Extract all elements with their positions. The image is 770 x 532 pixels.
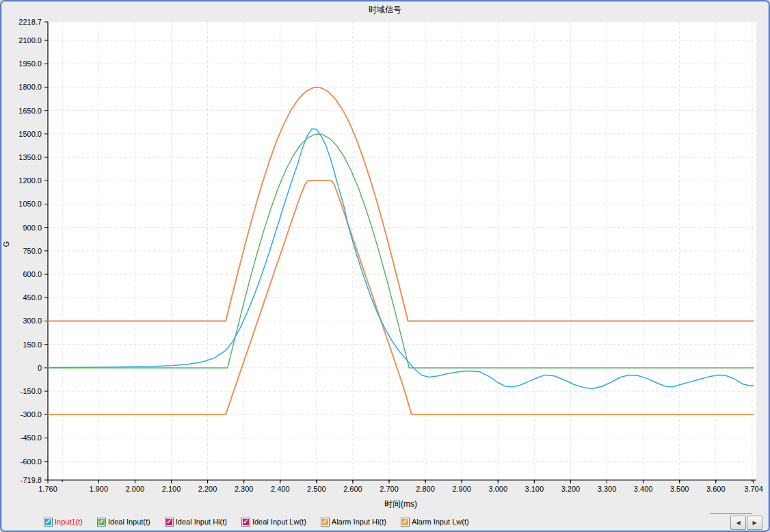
svg-text:1950.0: 1950.0 (18, 59, 42, 68)
svg-text:2.500: 2.500 (307, 485, 326, 493)
svg-text:2.900: 2.900 (452, 485, 471, 493)
svg-text:2.800: 2.800 (416, 485, 435, 493)
svg-text:900.0: 900.0 (23, 224, 42, 232)
legend-checkbox[interactable]: ✓ (44, 518, 53, 527)
svg-text:-300.0: -300.0 (21, 410, 42, 418)
legend-item-label: Alarm Input Hi(t) (332, 518, 386, 526)
legend-item-label: Input1(t) (55, 518, 83, 526)
legend-item-alarm-input-lw-t[interactable]: ✓Alarm Input Lw(t) (401, 518, 469, 527)
svg-text:2.300: 2.300 (235, 485, 254, 493)
svg-text:0: 0 (38, 364, 42, 372)
chart-window: 时域信号 1.7601.9002.0002.1002.2002.3002.400… (0, 0, 770, 532)
svg-text:-600.0: -600.0 (21, 457, 42, 466)
legend-checkbox[interactable]: ✓ (97, 518, 106, 527)
legend-item-input1-t[interactable]: ✓Input1(t) (44, 518, 83, 527)
legend-item-ideal-input-hi-t[interactable]: ✓Ideal Input Hi(t) (165, 518, 227, 527)
legend-item-ideal-input-lw-t[interactable]: ✓Ideal Input Lw(t) (241, 518, 306, 527)
svg-text:3.600: 3.600 (706, 485, 726, 493)
svg-text:3.500: 3.500 (670, 485, 689, 493)
svg-text:3.100: 3.100 (525, 485, 544, 493)
svg-text:150.0: 150.0 (23, 341, 42, 349)
svg-text:1200.0: 1200.0 (18, 176, 42, 185)
svg-text:1650.0: 1650.0 (18, 107, 42, 115)
svg-text:2.700: 2.700 (380, 485, 399, 493)
legend: ✓Input1(t)✓Ideal Input(t)✓Ideal Input Hi… (44, 516, 469, 528)
legend-item-label: Ideal Input(t) (108, 518, 150, 526)
svg-text:1800.0: 1800.0 (18, 83, 42, 91)
svg-text:2218.7: 2218.7 (18, 18, 42, 26)
svg-text:750.0: 750.0 (23, 247, 42, 255)
svg-text:600.0: 600.0 (23, 270, 42, 278)
y-tick-labels: 2218.72100.01950.01800.01650.01500.01350… (18, 18, 42, 484)
y-axis-label: G (2, 241, 10, 248)
svg-text:2.400: 2.400 (271, 485, 290, 493)
svg-text:2.200: 2.200 (198, 485, 217, 493)
svg-text:3.704: 3.704 (744, 485, 763, 493)
svg-text:3.400: 3.400 (634, 485, 653, 493)
x-axis-label: 时间(ms) (47, 498, 755, 510)
svg-text:-719.8: -719.8 (21, 476, 42, 484)
legend-item-label: Ideal Input Hi(t) (176, 518, 227, 526)
svg-text:1500.0: 1500.0 (18, 130, 42, 138)
legend-checkbox[interactable]: ✓ (321, 518, 330, 527)
x-tick-labels: 1.7601.9002.0002.1002.2002.3002.4002.500… (38, 485, 763, 493)
svg-text:3.300: 3.300 (598, 485, 617, 493)
svg-text:-450.0: -450.0 (21, 434, 42, 442)
svg-text:1.760: 1.760 (38, 485, 57, 493)
svg-text:1050.0: 1050.0 (18, 200, 42, 208)
legend-item-label: Ideal Input Lw(t) (252, 518, 306, 526)
svg-text:300.0: 300.0 (23, 317, 42, 325)
pager-left-button[interactable]: ◀ (730, 516, 746, 530)
legend-checkbox[interactable]: ✓ (241, 518, 250, 527)
svg-text:450.0: 450.0 (23, 293, 42, 302)
legend-checkbox[interactable]: ✓ (401, 518, 410, 527)
legend-item-alarm-input-hi-t[interactable]: ✓Alarm Input Hi(t) (321, 518, 386, 527)
legend-item-ideal-input-t[interactable]: ✓Ideal Input(t) (97, 518, 150, 527)
plot-area: 1.7601.9002.0002.1002.2002.3002.4002.500… (1, 1, 769, 514)
svg-text:2100.0: 2100.0 (18, 36, 42, 44)
svg-text:1350.0: 1350.0 (18, 153, 42, 161)
svg-text:2.000: 2.000 (126, 485, 145, 493)
svg-text:3.200: 3.200 (561, 485, 581, 493)
svg-text:3.000: 3.000 (489, 485, 508, 493)
svg-text:2.100: 2.100 (162, 485, 181, 493)
legend-checkbox[interactable]: ✓ (165, 518, 174, 527)
svg-text:-150.0: -150.0 (21, 387, 42, 395)
svg-text:2.600: 2.600 (343, 485, 362, 493)
legend-item-label: Alarm Input Lw(t) (412, 518, 469, 526)
pager-right-button[interactable]: ▶ (747, 516, 762, 530)
pager-track (710, 513, 752, 514)
svg-text:1.900: 1.900 (90, 485, 109, 493)
